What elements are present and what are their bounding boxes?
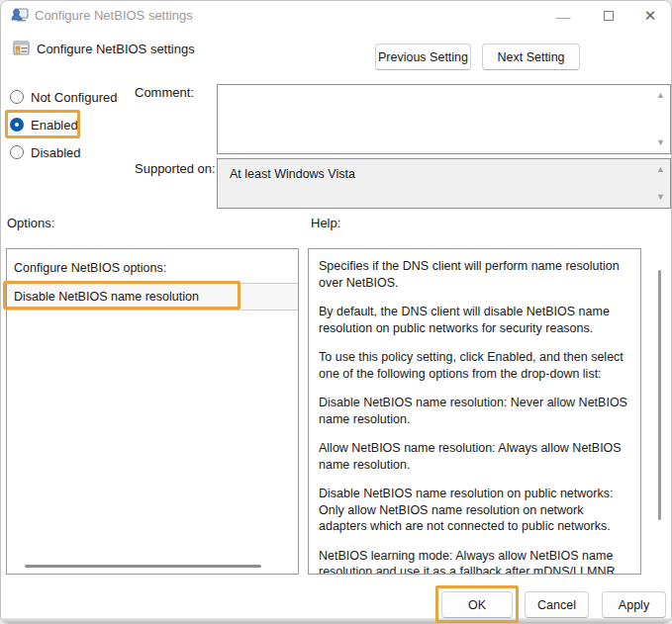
ok-button[interactable]: OK xyxy=(441,591,513,618)
netbios-options-dropdown[interactable]: Disable NetBIOS name resolution xyxy=(7,283,298,311)
radio-disabled[interactable]: Disabled xyxy=(10,144,81,160)
radio-label: Enabled xyxy=(31,118,78,133)
help-paragraph: Disable NetBIOS name resolution: Never a… xyxy=(319,395,630,427)
radio-enabled[interactable]: Enabled xyxy=(10,117,78,133)
help-paragraph: Allow NetBIOS name resolution: Always al… xyxy=(319,440,630,473)
apply-button[interactable]: Apply xyxy=(602,591,666,618)
policy-name: Configure NetBIOS settings xyxy=(37,42,195,56)
radio-not-configured[interactable]: Not Configured xyxy=(10,89,117,105)
minimize-button[interactable]: — xyxy=(546,1,580,31)
help-paragraph: Disable NetBIOS name resolution on publi… xyxy=(319,486,630,535)
radio-label: Not Configured xyxy=(31,90,117,105)
radio-label: Disabled xyxy=(31,145,81,160)
titlebar: Configure NetBIOS settings — ✕ xyxy=(1,1,671,31)
help-panel[interactable]: Specifies if the DNS client will perform… xyxy=(308,248,641,575)
next-setting-button[interactable]: Next Setting xyxy=(482,44,580,70)
radio-selected-icon xyxy=(10,118,24,132)
options-dropdown-label: Configure NetBIOS options: xyxy=(14,261,166,275)
cancel-button[interactable]: Cancel xyxy=(525,591,589,618)
group-policy-icon xyxy=(11,7,29,25)
radio-icon xyxy=(10,90,24,104)
scroll-up-icon[interactable]: ▲ xyxy=(656,91,665,100)
radio-icon xyxy=(10,145,24,159)
options-label: Options: xyxy=(7,216,54,230)
supported-on-value: At least Windows Vista xyxy=(230,167,355,181)
previous-setting-button[interactable]: Previous Setting xyxy=(375,44,471,70)
supported-on-label: Supported on: xyxy=(135,161,216,176)
horizontal-scrollbar-thumb[interactable] xyxy=(25,565,261,568)
options-panel: Configure NetBIOS options: Disable NetBI… xyxy=(6,248,299,575)
maximize-button[interactable] xyxy=(592,1,625,31)
vertical-scrollbar-thumb[interactable] xyxy=(658,270,661,520)
scroll-down-icon[interactable]: ▼ xyxy=(656,138,665,147)
help-paragraph: To use this policy setting, click Enable… xyxy=(319,349,630,382)
help-paragraph: By default, the DNS client will disable … xyxy=(319,304,630,336)
policy-setting-icon xyxy=(13,40,30,56)
maximize-icon xyxy=(604,11,614,21)
close-button[interactable]: ✕ xyxy=(633,1,667,31)
window-title: Configure NetBIOS settings xyxy=(35,8,193,23)
policy-settings-window: Configure NetBIOS settings — ✕ Configure… xyxy=(0,0,672,624)
comment-textarea[interactable]: ▲ ▼ xyxy=(217,84,671,154)
help-paragraph: NetBIOS learning mode: Always allow NetB… xyxy=(319,548,630,576)
supported-on-field: At least Windows Vista ▲ ▼ xyxy=(217,158,671,209)
dropdown-selected-value: Disable NetBIOS name resolution xyxy=(7,290,199,304)
scroll-up-icon[interactable]: ▲ xyxy=(656,165,665,174)
help-label: Help: xyxy=(311,216,340,230)
scroll-down-icon[interactable]: ▼ xyxy=(656,193,665,202)
comment-label: Comment: xyxy=(135,85,194,100)
help-paragraph: Specifies if the DNS client will perform… xyxy=(319,258,630,291)
